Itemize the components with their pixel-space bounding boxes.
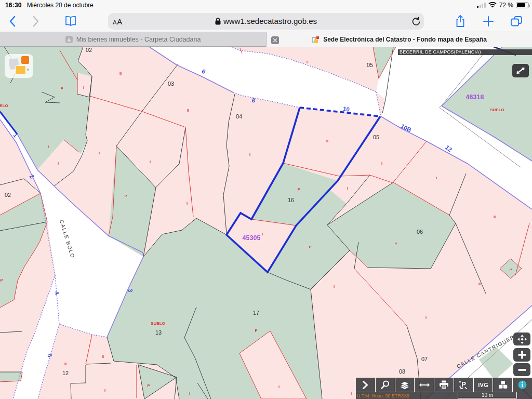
new-tab-button[interactable] [479, 10, 498, 32]
parcel-tick-label: II [102, 354, 104, 359]
parcel-number-label: 02 [5, 192, 11, 198]
parcel-tick-label: II [478, 282, 481, 286]
pan-icon [517, 334, 527, 344]
parcel-number-label: 08 [399, 368, 405, 375]
forward-button[interactable] [26, 10, 45, 32]
pan-button[interactable] [513, 332, 530, 345]
parcel-tick-label: P [147, 383, 150, 388]
cadastral-ref-label: 46318 [466, 94, 484, 101]
parcel-tick-label: P [255, 328, 257, 333]
info-button[interactable] [513, 378, 532, 392]
layer-chip-orange [21, 56, 29, 64]
minus-icon [517, 365, 527, 375]
chevron-right-icon [362, 381, 368, 389]
parcel-tick-label: I [249, 152, 250, 157]
suelo-label: SUELO [151, 321, 165, 326]
parcel-tick-label: I [150, 159, 151, 164]
search-icon [381, 380, 390, 389]
parcel-tick-label: I [334, 284, 335, 289]
parcel-tick-label: P [509, 268, 512, 272]
municipality-banner: BECERRIL DE CAMPOS(PALENCIA) [398, 49, 532, 55]
layer-chip-yellow [15, 65, 26, 75]
buildings-3d-button[interactable] [493, 378, 513, 392]
battery-icon [516, 2, 529, 8]
tab-mis-bienes[interactable]: A Mis bienes inmuebles - Carpeta Ciudada… [0, 32, 267, 47]
parcel-number-label: 05 [373, 134, 379, 140]
parcel-number-label: 02 [86, 47, 92, 53]
parcel-tick-label: P [124, 194, 127, 198]
cadastral-map[interactable]: 020304050516061713120708024530546318SUEL… [0, 0, 532, 399]
layer-count-label: 5 [27, 68, 29, 72]
parcel-tick-label: I [381, 161, 382, 166]
parcel-tick-label: I [48, 144, 49, 149]
layer-switcher-widget[interactable]: 5 [5, 54, 33, 78]
expand-icon [516, 66, 525, 75]
street-number-label: 10 [342, 105, 350, 113]
battery-percent-label: 72 % [499, 2, 513, 9]
wifi-icon [488, 2, 497, 8]
layers-button[interactable] [395, 378, 415, 392]
share-button[interactable] [451, 10, 470, 32]
parcel-tick-label: II [64, 362, 66, 366]
plus-icon [517, 350, 527, 360]
status-bar: 16:30Miércoles 20 de octubre 72 % [0, 0, 532, 10]
parcel-tick-label: P [297, 187, 300, 192]
safari-toolbar: AA www1.sedecatastro.gob.es [0, 10, 532, 32]
address-url: www1.sedecatastro.gob.es [108, 17, 424, 25]
print-button[interactable] [434, 378, 454, 392]
parcel-tick-label: II [119, 71, 122, 76]
back-button[interactable] [3, 10, 21, 32]
catastro-favicon [312, 36, 320, 44]
parcel-tick-label: II [187, 108, 189, 113]
parcel-number-label: 12 [62, 370, 69, 376]
parcel-tick-label: I [99, 151, 100, 155]
tab-title: Sede Electrónica del Catastro - Fondo ma… [323, 36, 487, 43]
tabs-overview-button[interactable] [507, 10, 526, 32]
parcel-tick-label: P [0, 278, 3, 283]
parcel-tick-label: I [104, 388, 105, 393]
status-time-date: 16:30Miércoles 20 de octubre [5, 2, 94, 9]
parcel-number-label: 17 [253, 310, 259, 316]
bookmarks-button[interactable] [61, 10, 80, 32]
measure-button[interactable] [415, 378, 434, 392]
zoom-out-button[interactable] [513, 363, 530, 376]
parcel-tick-label: I [278, 384, 280, 389]
parcel-number-label: 03 [168, 81, 174, 87]
parcel-tick-label: P [394, 242, 397, 246]
street-view-button[interactable]: P [454, 378, 474, 392]
tab-title: Mis bienes inmuebles - Carpeta Ciudadana [76, 36, 201, 43]
status-time: 16:30 [5, 2, 22, 9]
parcel-tick-label: I [436, 176, 437, 180]
zoom-in-button[interactable] [513, 348, 530, 362]
search-button[interactable] [376, 378, 395, 392]
tab-catastro[interactable]: Sede Electrónica del Catastro - Fondo ma… [267, 32, 532, 47]
fullscreen-button[interactable] [512, 64, 529, 77]
svg-text:A: A [67, 37, 71, 42]
expand-toolbar-button[interactable] [356, 378, 376, 392]
parcel-number-label: 04 [236, 113, 242, 119]
parcel-tick-label: I [189, 391, 190, 396]
reload-button[interactable] [408, 13, 424, 30]
tab-favicon-generic: A [65, 36, 73, 43]
tab-close-icon[interactable] [271, 36, 279, 44]
lock-icon [215, 18, 221, 25]
tab-bar: A Mis bienes inmuebles - Carpeta Ciudada… [0, 32, 532, 47]
parcel-tick-label: I [262, 232, 263, 236]
ivg-button[interactable]: IVG [474, 378, 494, 392]
cubes-icon [498, 380, 508, 389]
parcel-tick-label: P [60, 86, 63, 91]
suelo-label: SUELO [0, 103, 8, 108]
address-bar[interactable]: AA www1.sedecatastro.gob.es [108, 13, 424, 30]
parcel-tick-label: II [494, 215, 496, 219]
parcel-number-label: 05 [367, 62, 373, 68]
parcel-tick-label: I [83, 85, 84, 90]
svg-text:P: P [461, 380, 466, 388]
utm-label: U.T.M. Huso: 30 ETRS89 [357, 393, 409, 398]
parcel-number-label: 13 [155, 329, 162, 336]
parcel-tick-label: I [347, 186, 348, 191]
scale-label: 10 m [482, 392, 493, 398]
layers-icon [400, 380, 410, 390]
parcel-tick-label: I [58, 161, 59, 166]
info-icon [518, 380, 527, 389]
parcel-tick-label: I [351, 391, 352, 396]
